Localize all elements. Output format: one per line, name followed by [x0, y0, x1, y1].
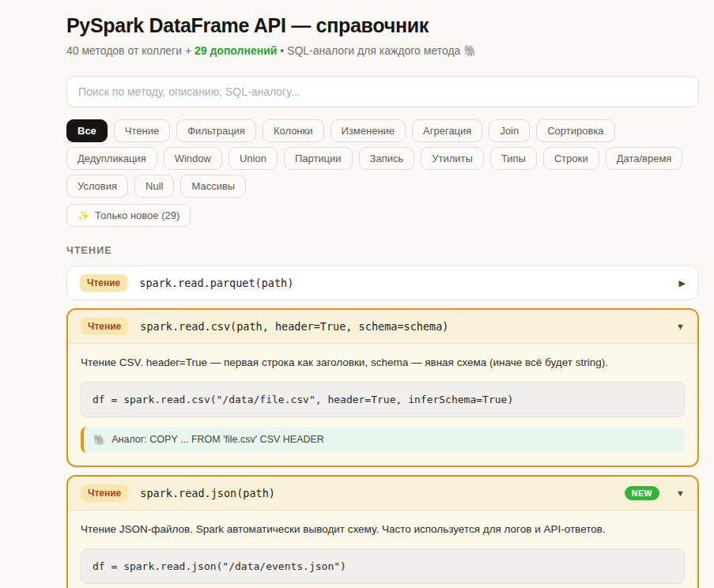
method-card-list: Чтение spark.read.parquet(path) ▶ Чтение… [66, 266, 699, 588]
method-card: Чтение spark.read.json(path) NEW ▼ Чтени… [66, 475, 699, 588]
method-description: Чтение CSV. header=True — первая строка … [81, 356, 685, 371]
new-badge: NEW [625, 486, 659, 500]
method-card: Чтение spark.read.parquet(path) ▶ [66, 266, 699, 300]
filter-chip[interactable]: Все [66, 119, 108, 142]
filter-chip[interactable]: Сортировка [536, 119, 614, 142]
new-only-label: Только новое (29) [95, 209, 179, 221]
category-badge: Чтение [80, 274, 127, 292]
filter-chip[interactable]: Колонки [263, 119, 324, 142]
section-title-reading: ЧТЕНИЕ [66, 245, 699, 256]
page-subtitle: 40 методов от коллеги + 29 дополнений • … [66, 44, 699, 57]
filter-chip[interactable]: Агрегация [412, 119, 482, 142]
filter-chip[interactable]: Массивы [180, 175, 246, 198]
method-card-header[interactable]: Чтение spark.read.json(path) NEW ▼ [68, 477, 697, 511]
method-signature: spark.read.parquet(path) [139, 277, 667, 289]
search-input[interactable] [66, 76, 699, 107]
method-card-body: Чтение JSON-файлов. Spark автоматически … [68, 511, 697, 588]
filter-chip[interactable]: Типы [490, 147, 537, 170]
subtitle-new-count: 29 дополнений [195, 44, 277, 57]
page-title: PySpark DataFrame API — справочник [66, 14, 699, 37]
filter-chip[interactable]: Дата/время [606, 147, 683, 170]
filter-chip[interactable]: Изменение [331, 119, 406, 142]
filter-chip-list: ВсеЧтениеФильтрацияКолонкиИзменениеАгрег… [66, 119, 699, 198]
elephant-icon: 🐘 [93, 434, 106, 446]
filter-chip[interactable]: Чтение [114, 119, 170, 142]
method-signature: spark.read.csv(path, header=True, schema… [140, 320, 664, 333]
expand-arrow-icon[interactable]: ▼ [676, 322, 685, 331]
method-card-header[interactable]: Чтение spark.read.csv(path, header=True,… [68, 310, 697, 344]
search-bar [66, 76, 699, 107]
page-container: PySpark DataFrame API — справочник 40 ме… [66, 0, 699, 588]
filter-chip[interactable]: Window [164, 147, 222, 170]
category-badge: Чтение [81, 318, 128, 335]
filter-chip[interactable]: Join [489, 119, 530, 142]
filter-chip[interactable]: Фильтрация [176, 119, 256, 142]
expand-arrow-icon[interactable]: ▶ [679, 278, 686, 288]
sparkles-icon: ✨ [77, 210, 89, 221]
method-card-body: Чтение CSV. header=True — первая строка … [68, 344, 697, 466]
filter-chip[interactable]: Запись [359, 147, 415, 170]
new-only-row: ✨ Только новое (29) [66, 204, 699, 227]
filter-chip-new-only[interactable]: ✨ Только новое (29) [66, 204, 191, 227]
method-description: Чтение JSON-файлов. Spark автоматически … [81, 522, 685, 537]
method-card: Чтение spark.read.csv(path, header=True,… [66, 308, 699, 467]
sql-analog-text: Аналог: COPY ... FROM 'file.csv' CSV HEA… [111, 434, 324, 445]
filter-chip[interactable]: Union [229, 147, 278, 170]
category-badge: Чтение [81, 484, 128, 502]
filter-chip[interactable]: Дедупликация [66, 147, 157, 170]
method-card-header[interactable]: Чтение spark.read.parquet(path) ▶ [67, 266, 698, 300]
method-signature: spark.read.json(path) [140, 487, 613, 499]
subtitle-suffix: • SQL-аналоги для каждого метода 🐘 [277, 44, 477, 57]
subtitle-prefix: 40 методов от коллеги + [66, 44, 195, 57]
sql-analog-box: 🐘 Аналог: COPY ... FROM 'file.csv' CSV H… [81, 427, 685, 453]
filter-chip[interactable]: Утилиты [421, 147, 484, 170]
code-example: df = spark.read.csv("/data/file.csv", he… [81, 382, 685, 417]
code-example: df = spark.read.json("/data/events.json"… [81, 548, 685, 584]
filter-chip[interactable]: Null [134, 175, 174, 198]
filter-chip[interactable]: Условия [66, 175, 128, 198]
filter-chip[interactable]: Строки [543, 147, 599, 170]
filter-chip[interactable]: Партиции [284, 147, 353, 170]
expand-arrow-icon[interactable]: ▼ [676, 488, 685, 498]
